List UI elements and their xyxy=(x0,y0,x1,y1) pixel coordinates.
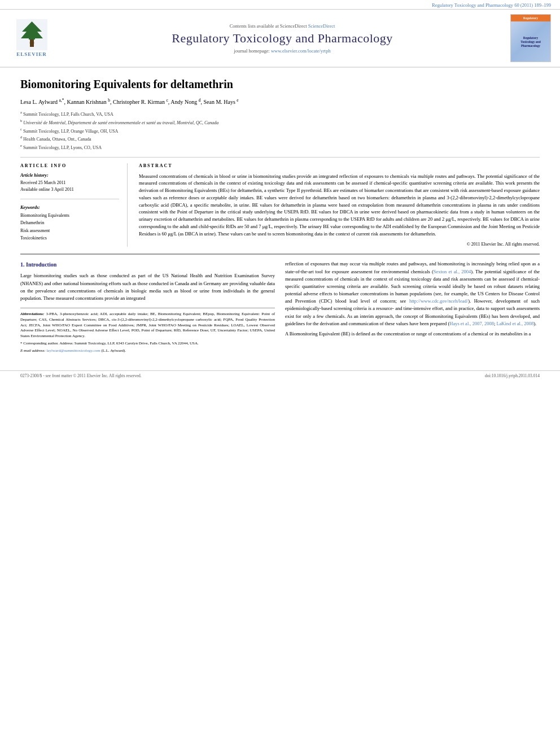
cdc-link[interactable]: http://www.cdc.gov/nceh/lead/ xyxy=(409,298,468,304)
journal-homepage: journal homepage: www.elsevier.com/locat… xyxy=(60,48,505,54)
abstract-text: Measured concentrations of chemicals in … xyxy=(139,173,540,238)
abstract-column: ABSTRACT Measured concentrations of chem… xyxy=(139,163,540,247)
elsevier-tree-icon xyxy=(16,19,47,50)
intro-right-text-2: A Biomonitoring Equivalent (BE) is defin… xyxy=(285,330,540,338)
intro-left-text: Large biomonitoring studies such as thos… xyxy=(20,272,275,302)
ref-sexton: Sexton et al., 2004 xyxy=(434,269,471,274)
author-2: Kannan Krishnan b, xyxy=(67,99,111,105)
email-person: (L.L. Aylward). xyxy=(101,348,126,353)
body-content: 1. Introduction Large biomonitoring stud… xyxy=(20,260,540,355)
doi: doi:10.1016/j.yrtph.2011.03.014 xyxy=(485,373,540,378)
abstract-heading: ABSTRACT xyxy=(139,163,540,168)
article-info-abstract: ARTICLE INFO Article history: Received 2… xyxy=(20,163,540,247)
intro-section-title: 1. Introduction xyxy=(20,260,275,269)
elsevier-logo: ELSEVIER xyxy=(9,19,54,57)
journal-header: ELSEVIER Contents lists available at Sci… xyxy=(0,10,560,68)
affiliation-c: c Summit Toxicology, LLP, Orange Village… xyxy=(20,126,540,135)
article-history: Article history: Received 25 March 2011 … xyxy=(20,173,119,193)
keyword-2: Deltamethrin xyxy=(20,219,119,227)
abbrev-label: Abbreviations: xyxy=(20,312,44,316)
article-info-heading: ARTICLE INFO xyxy=(20,163,119,168)
divider-2 xyxy=(20,199,119,199)
body-divider xyxy=(20,254,540,255)
received-date: Received 25 March 2011 xyxy=(20,180,119,186)
journal-cover-image: Regulatory RegulatoryToxicology andPharm… xyxy=(510,14,551,62)
article-info-column: ARTICLE INFO Article history: Received 2… xyxy=(20,163,128,247)
keyword-3: Risk assessment xyxy=(20,227,119,235)
email-label: E-mail address: xyxy=(20,348,46,353)
author-1: Lesa L. Aylward a,*, xyxy=(20,99,65,105)
email-footnote: E-mail address: laylward@summittoxicolog… xyxy=(20,348,275,354)
copyright-notice: 0273-2300/$ - see front matter © 2011 El… xyxy=(20,373,142,378)
affiliation-a: a Summit Toxicology, LLP, Falls Church, … xyxy=(20,110,540,118)
cover-title-text: RegulatoryToxicology andPharmacology xyxy=(520,36,540,48)
keyword-4: Toxicokinetics xyxy=(20,234,119,242)
svg-point-3 xyxy=(29,42,34,44)
available-date: Available online 3 April 2011 xyxy=(20,186,119,193)
author-3: Christopher R. Kirman c, xyxy=(113,99,169,105)
journal-citation: Regulatory Toxicology and Pharmacology 6… xyxy=(432,2,551,8)
homepage-url[interactable]: www.elsevier.com/locate/yrtph xyxy=(271,48,331,54)
journal-title: Regulatory Toxicology and Pharmacology xyxy=(60,31,505,46)
ref-lakind: LaKind et al., 2008 xyxy=(496,321,533,326)
history-label: Article history: xyxy=(20,173,119,178)
bottom-bar: 0273-2300/$ - see front matter © 2011 El… xyxy=(0,370,560,381)
keyword-1: Biomonitoring Equivalents xyxy=(20,212,119,220)
body-right-column: reflection of exposures that may occur v… xyxy=(285,260,540,355)
abbrev-text: 3-PBA, 3-phenoxybenzoic acid; ADI, accep… xyxy=(20,312,275,338)
ref-hays: Hays et al., 2007, 2008 xyxy=(449,321,494,326)
author-5: Sean M. Hays e xyxy=(203,99,238,105)
affiliation-b: b Université de Montréal, Département de… xyxy=(20,118,540,126)
top-bar: Regulatory Toxicology and Pharmacology 6… xyxy=(0,0,560,10)
body-left-column: 1. Introduction Large biomonitoring stud… xyxy=(20,260,275,355)
author-4: Andy Nong d, xyxy=(170,99,202,105)
elsevier-wordmark: ELSEVIER xyxy=(16,51,47,57)
article-content: Biomonitoring Equivalents for deltamethr… xyxy=(0,68,560,365)
corresponding-author-footnote: * Corresponding author. Address: Summit … xyxy=(20,341,275,347)
keywords-label: Keywords: xyxy=(20,205,119,210)
footnotes: Abbreviations: 3-PBA, 3-phenoxybenzoic a… xyxy=(20,308,275,354)
header-center: Contents lists available at ScienceDirec… xyxy=(60,23,505,54)
sciencedirect-link[interactable]: ScienceDirect xyxy=(308,23,335,29)
affiliations: a Summit Toxicology, LLP, Falls Church, … xyxy=(20,110,540,151)
authors-line: Lesa L. Aylward a,*, Kannan Krishnan b, … xyxy=(20,97,540,106)
sciencedirect-line: Contents lists available at ScienceDirec… xyxy=(60,23,505,29)
keywords-section: Keywords: Biomonitoring Equivalents Delt… xyxy=(20,205,119,242)
corresponding-label: * Corresponding author. Address: Summit … xyxy=(20,341,199,346)
affiliation-e: e Summit Toxicology, LLP, Lyons, CO, USA xyxy=(20,143,540,151)
email-link[interactable]: laylward@summittoxicology.com xyxy=(46,348,100,353)
article-title: Biomonitoring Equivalents for deltamethr… xyxy=(20,77,540,91)
copyright-line: © 2011 Elsevier Inc. All rights reserved… xyxy=(139,242,540,247)
intro-right-text: reflection of exposures that may occur v… xyxy=(285,260,540,327)
abbreviations-footnote: Abbreviations: 3-PBA, 3-phenoxybenzoic a… xyxy=(20,312,275,339)
cover-top-bar: Regulatory xyxy=(511,15,550,21)
affiliation-d: d Health Canada, Ottawa, Ont., Canada xyxy=(20,134,540,143)
divider-1 xyxy=(20,157,540,158)
